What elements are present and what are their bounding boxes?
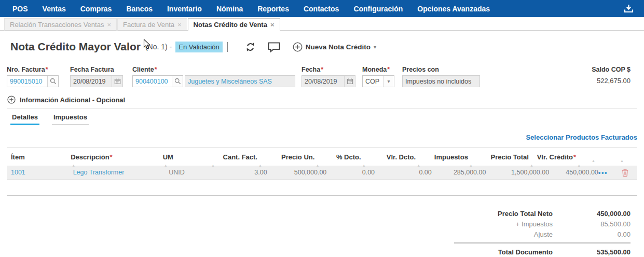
cliente-code-input[interactable] — [133, 76, 172, 87]
title-row: Nota Crédito Mayor Valor (No. 1) - En Va… — [7, 38, 637, 56]
column-header-precio-total[interactable]: Precio Total▲ — [468, 153, 529, 161]
nav-item-contactos[interactable]: Contactos — [304, 5, 339, 13]
cell-cant-fact: 3.00 — [218, 169, 267, 176]
sort-arrow-icon: ▲ — [164, 164, 168, 167]
totals-separator — [454, 242, 631, 244]
saldo-label: Saldo COP $ — [592, 66, 631, 73]
chevron-down-icon: ▾ — [374, 44, 376, 50]
field-precios-con: Precios con — [402, 66, 480, 87]
column-header-item[interactable]: Ítem▲ — [11, 153, 71, 161]
new-credit-note-button[interactable]: Nueva Nota Crédito ▾ — [293, 42, 376, 52]
doc-number: (No. 1) - — [145, 43, 172, 51]
window-tab-factura-de-venta[interactable]: Factura de Venta× — [117, 18, 187, 31]
plus-circle-icon — [293, 42, 303, 52]
sort-arrow-icon: ▲ — [592, 159, 595, 163]
sort-arrow-icon: ▲ — [469, 164, 473, 167]
column-header-um[interactable]: UM▲ — [163, 153, 210, 161]
window-tabstrip: Relación Transacciones Ventas×Factura de… — [0, 17, 644, 31]
text-caret — [227, 42, 228, 52]
cell-descripcion[interactable]: Lego Transformer — [73, 169, 169, 176]
sort-arrow-icon: ▲ — [417, 164, 420, 167]
nro-factura-input[interactable] — [7, 76, 47, 87]
fecha-label: Fecha — [302, 66, 320, 73]
tab-detalles[interactable]: Detalles — [10, 109, 39, 125]
chevron-down-icon[interactable]: ▾ — [383, 76, 394, 87]
info-adicional-toggle[interactable]: Información Adicional - Opcional — [7, 96, 637, 109]
tab-impuestos[interactable]: Impuestos — [52, 109, 89, 125]
items-table-body: 1001Lego TransformerUNID3.00500,000.000.… — [7, 166, 637, 180]
field-nro-factura: Nro. Factura* — [7, 66, 59, 87]
column-header-cant-fact[interactable]: Cant. Fact.▲ — [210, 153, 257, 161]
refresh-button[interactable] — [245, 42, 255, 52]
totals-label: + Impuestos — [454, 220, 553, 228]
totals-row: Precio Total Neto450,000.00 — [454, 208, 631, 219]
comment-button[interactable] — [268, 42, 280, 52]
search-icon[interactable] — [172, 76, 183, 87]
nav-item-inventario[interactable]: Inventario — [167, 5, 202, 13]
calendar-icon[interactable] — [344, 76, 355, 87]
moneda-select[interactable]: COP ▾ — [362, 75, 394, 87]
delete-row-icon[interactable] — [621, 168, 629, 177]
tab-label: Relación Transacciones Ventas — [10, 21, 104, 29]
window-tab-relacion-transacciones-ventas[interactable]: Relación Transacciones Ventas× — [4, 18, 117, 31]
nav-item-opciones-avanzadas[interactable]: Opciones Avanzadas — [417, 5, 490, 13]
precios-con-input[interactable] — [403, 76, 479, 87]
field-cliente: Cliente* — [132, 66, 295, 87]
select-invoiced-products-link[interactable]: Seleccionar Productos Facturados — [526, 133, 637, 141]
column-header-label: Impuestos — [434, 153, 468, 161]
column-header-descripcion[interactable]: Descripción*▲ — [71, 153, 163, 161]
column-header-vlr-dcto[interactable]: Vlr. Dcto.▲ — [361, 153, 416, 161]
info-adicional-label: Información Adicional - Opcional — [20, 96, 125, 104]
tab-close-icon[interactable]: × — [177, 21, 182, 29]
search-icon[interactable] — [47, 76, 58, 87]
totals-row: Total Documento535,500.00 — [454, 247, 631, 257]
field-moneda: Moneda* COP ▾ — [362, 66, 394, 87]
nav-item-reportes[interactable]: Reportes — [257, 5, 289, 13]
download-icon[interactable] — [624, 4, 634, 13]
sort-arrow-icon: ▲ — [577, 164, 581, 167]
nav-menu: POSVentasComprasBancosInventarioNóminaRe… — [12, 5, 504, 13]
nav-item-ventas[interactable]: Ventas — [43, 5, 66, 13]
required-marker: * — [155, 66, 157, 73]
required-marker: * — [573, 153, 576, 161]
column-header-label: % Dcto. — [336, 153, 361, 161]
items-table-header: Ítem▲Descripción*▲UM▲Cant. Fact.▲Precio … — [7, 147, 637, 166]
fecha-factura-input[interactable] — [71, 76, 112, 87]
precios-con-label: Precios con — [402, 66, 480, 73]
sort-arrow-icon: ▲ — [258, 164, 262, 167]
totals-row: + Impuestos85,500.00 — [454, 219, 631, 229]
row-more-actions-icon[interactable]: ••• — [598, 169, 608, 177]
saldo-value: 522,675.00 — [592, 77, 631, 85]
cell-precio-un: 500,000.00 — [267, 169, 327, 176]
tab-close-icon[interactable]: × — [107, 21, 111, 29]
nav-item-nomina[interactable]: Nómina — [216, 5, 243, 13]
cliente-name-input[interactable] — [185, 76, 295, 87]
calendar-icon[interactable] — [112, 76, 122, 87]
sort-arrow-icon: ▲ — [316, 164, 319, 167]
cell-precio-total: 1,500,000.00 — [486, 169, 549, 176]
totals-panel: Precio Total Neto450,000.00+ Impuestos85… — [454, 208, 631, 257]
totals-row: Ajuste0.00 — [454, 229, 631, 239]
nav-item-configuracion[interactable]: Configuración — [353, 5, 403, 13]
column-header-impuestos[interactable]: Impuestos▲ — [416, 153, 468, 161]
column-header-precio-un[interactable]: Precio Un.▲ — [257, 153, 314, 161]
totals-label: Total Documento — [454, 248, 553, 256]
sort-arrow-icon: ▲ — [530, 164, 533, 167]
moneda-value: COP — [363, 76, 383, 87]
window-tab-notas-credito-de-venta[interactable]: Notas Crédito de Venta× — [188, 18, 280, 31]
section-divider — [7, 195, 637, 196]
fecha-input[interactable] — [302, 76, 344, 87]
field-fecha: Fecha* — [302, 66, 355, 87]
nav-item-compras[interactable]: Compras — [80, 5, 112, 13]
tab-close-icon[interactable]: × — [270, 21, 275, 29]
column-header-dcto[interactable]: % Dcto.▲ — [314, 153, 361, 161]
field-fecha-factura: Fecha Factura — [70, 66, 123, 87]
cell-item[interactable]: 1001 — [11, 169, 73, 176]
nav-item-pos[interactable]: POS — [12, 5, 28, 13]
totals-value: 0.00 — [553, 231, 631, 238]
column-header-vlr-credito[interactable]: Vlr. Crédito*▲ — [529, 153, 576, 161]
fecha-factura-label: Fecha Factura — [70, 66, 123, 73]
column-header-label: UM — [163, 153, 173, 161]
detail-tabs: Detalles Impuestos — [7, 109, 637, 125]
nav-item-bancos[interactable]: Bancos — [126, 5, 153, 13]
